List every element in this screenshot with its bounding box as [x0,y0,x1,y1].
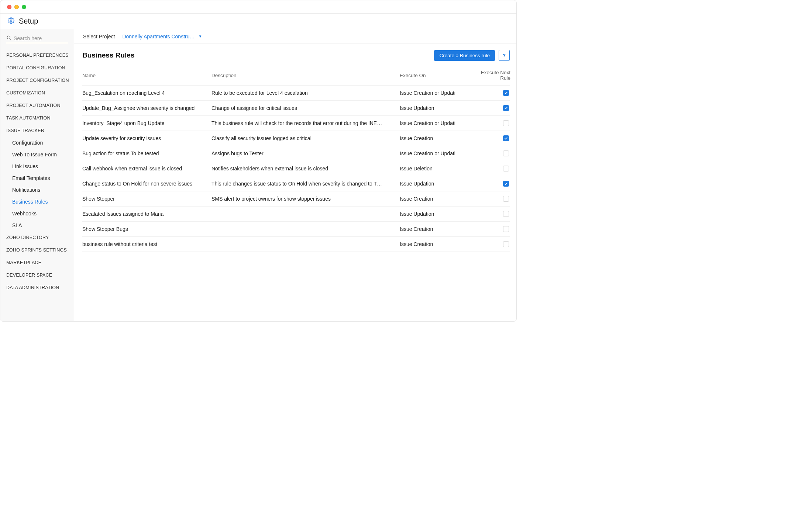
rule-execute-next [470,150,510,156]
col-header-execute-on: Execute On [400,73,470,78]
rule-execute-next [470,166,510,171]
sidebar-section[interactable]: ZOHO DIRECTORY [6,231,70,244]
execute-next-checkbox[interactable] [503,135,509,141]
close-window-icon[interactable] [7,5,11,9]
rule-execute-next [470,181,510,187]
execute-next-checkbox[interactable] [503,211,509,217]
rule-name: Bug action for status To be tested [82,150,211,156]
maximize-window-icon[interactable] [22,5,26,9]
sidebar-section[interactable]: ZOHO SPRINTS SETTINGS [6,244,70,256]
help-button[interactable]: ? [499,50,510,61]
sidebar-item[interactable]: Notifications [6,184,70,196]
rule-execute-next [470,211,510,217]
sidebar-section[interactable]: CUSTOMIZATION [6,87,70,99]
table-row[interactable]: business rule without criteria testIssue… [82,237,510,252]
sidebar-search[interactable] [6,35,68,43]
rule-execute-on: Issue Creation [400,196,470,202]
create-business-rule-button[interactable]: Create a Business rule [434,50,495,61]
rule-description: Rule to be executed for Level 4 escalati… [211,90,400,96]
sidebar-section[interactable]: PORTAL CONFIGURATION [6,62,70,74]
table-row[interactable]: Update_Bug_Assignee when severity is cha… [82,101,510,116]
search-icon [6,35,11,41]
execute-next-checkbox[interactable] [503,241,509,247]
sidebar-section[interactable]: DATA ADMINISTRATION [6,281,70,294]
rule-execute-on: Issue Updation [400,181,470,187]
table-row[interactable]: Update severity for security issuesClass… [82,131,510,146]
rule-name: Show Stopper Bugs [82,226,211,232]
table-row[interactable]: Bug action for status To be testedAssign… [82,146,510,161]
chevron-down-icon: ▼ [198,34,202,38]
rule-execute-on: Issue Creation [400,135,470,141]
rule-execute-next [470,226,510,232]
col-header-description: Description [211,73,400,78]
rules-table: Name Description Execute On Execute Next… [74,62,516,252]
rule-execute-next [470,105,510,111]
execute-next-checkbox[interactable] [503,150,509,156]
sidebar-item[interactable]: Link Issues [6,160,70,172]
table-row[interactable]: Call webhook when external issue is clos… [82,161,510,176]
rule-execute-on: Issue Creation or Updati [400,150,470,156]
table-row[interactable]: Escalated Issues assigned to MariaIssue … [82,207,510,222]
sidebar-section[interactable]: PROJECT CONFIGURATION [6,74,70,87]
rule-execute-next [470,90,510,96]
execute-next-checkbox[interactable] [503,196,509,202]
rule-execute-next [470,120,510,126]
rule-execute-on: Issue Updation [400,211,470,217]
svg-point-1 [7,36,10,39]
table-row[interactable]: Change status to On Hold for non severe … [82,176,510,191]
table-row[interactable]: Inventory_Stage4 upon Bug UpdateThis bus… [82,116,510,131]
rule-name: Call webhook when external issue is clos… [82,166,211,171]
rule-description: SMS alert to project owners for show sto… [211,196,400,202]
sidebar-item[interactable]: SLA [6,219,70,231]
sidebar-section[interactable]: TASK AUTOMATION [6,112,70,124]
sidebar-item[interactable]: Email Templates [6,172,70,184]
rule-execute-on: Issue Creation [400,241,470,247]
search-input[interactable] [14,35,68,41]
select-project-label: Select Project [83,34,115,39]
window-titlebar [0,0,516,14]
table-row[interactable]: Show StopperSMS alert to project owners … [82,191,510,207]
sidebar: PERSONAL PREFERENCESPORTAL CONFIGURATION… [0,29,74,321]
table-header: Name Description Execute On Execute Next… [82,62,510,86]
execute-next-checkbox[interactable] [503,90,509,96]
sidebar-section[interactable]: PERSONAL PREFERENCES [6,49,70,62]
rule-name: Show Stopper [82,196,211,202]
sidebar-section[interactable]: DEVELOPER SPACE [6,269,70,281]
execute-next-checkbox[interactable] [503,120,509,126]
project-dropdown[interactable]: Donnelly Apartments Constru… ▼ [122,34,202,39]
rule-execute-on: Issue Updation [400,105,470,111]
minimize-window-icon[interactable] [14,5,19,9]
sidebar-item[interactable]: Business Rules [6,196,70,208]
rule-name: Change status to On Hold for non severe … [82,181,211,187]
table-row[interactable]: Show Stopper BugsIssue Creation [82,222,510,237]
col-header-execute-next: Execute Next Rule [470,70,510,81]
rule-execute-on: Issue Creation or Updati [400,90,470,96]
rule-description: Assigns bugs to Tester [211,150,400,156]
execute-next-checkbox[interactable] [503,166,509,171]
sidebar-section[interactable]: ISSUE TRACKER [6,124,70,137]
rule-description: Notifies stakeholders when external issu… [211,166,400,171]
svg-point-0 [10,20,12,22]
sidebar-item[interactable]: Webhooks [6,208,70,219]
execute-next-checkbox[interactable] [503,105,509,111]
main-content: Select Project Donnelly Apartments Const… [74,29,516,321]
rule-description: This rule changes issue status to On Hol… [211,181,400,187]
rule-name: Escalated Issues assigned to Maria [82,211,211,217]
sidebar-section[interactable]: PROJECT AUTOMATION [6,99,70,112]
execute-next-checkbox[interactable] [503,181,509,187]
rule-execute-next [470,241,510,247]
rule-execute-on: Issue Deletion [400,166,470,171]
sidebar-section[interactable]: MARKETPLACE [6,256,70,269]
rule-name: Update severity for security issues [82,135,211,141]
rule-name: Inventory_Stage4 upon Bug Update [82,120,211,126]
sidebar-item[interactable]: Web To Issue Form [6,149,70,160]
execute-next-checkbox[interactable] [503,226,509,232]
setup-header: Setup [0,14,516,29]
table-row[interactable]: Bug_Escalation on reaching Level 4Rule t… [82,86,510,101]
sidebar-item[interactable]: Configuration [6,137,70,149]
rule-execute-next [470,135,510,141]
rule-description: This business rule will check for the re… [211,120,400,126]
page-header: Business Rules Create a Business rule ? [74,44,516,62]
rule-execute-on: Issue Creation [400,226,470,232]
project-dropdown-value: Donnelly Apartments Constru… [122,34,195,39]
